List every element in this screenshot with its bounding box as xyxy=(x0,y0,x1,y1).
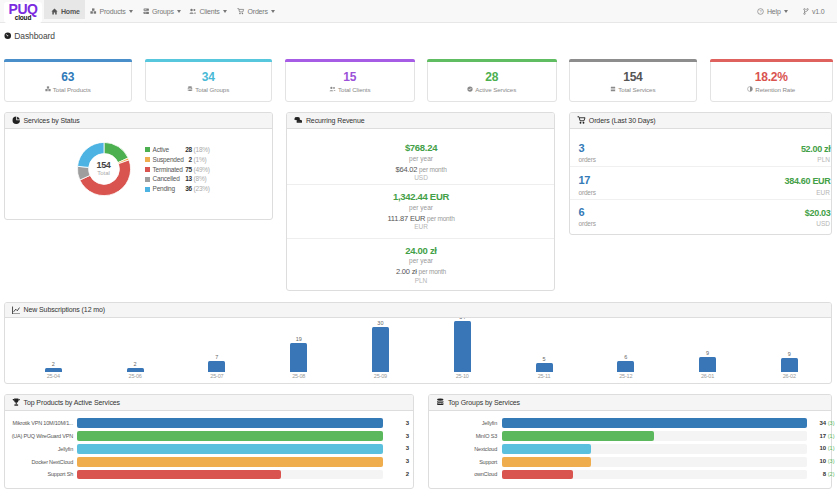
svg-text:?: ? xyxy=(759,8,762,13)
